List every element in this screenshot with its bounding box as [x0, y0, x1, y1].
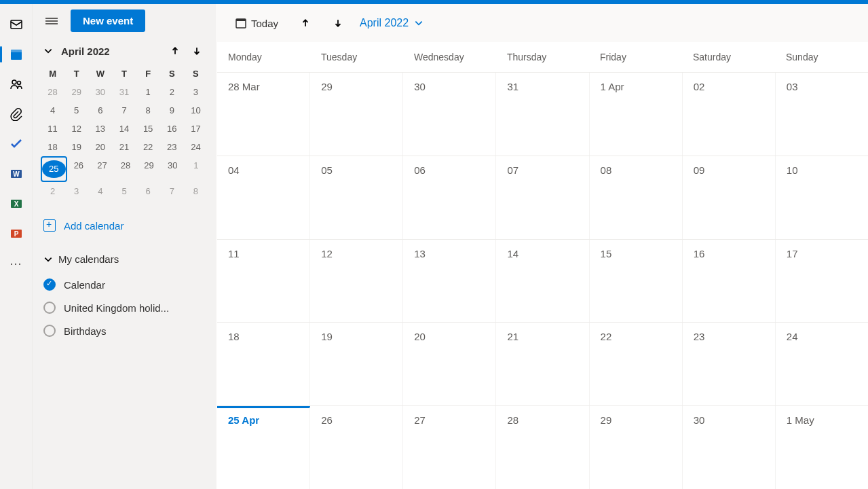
mini-cal-day[interactable]: 30 [161, 156, 185, 182]
grid-day-cell[interactable]: 02 [683, 73, 776, 156]
grid-day-cell[interactable]: 18 [217, 323, 310, 405]
mini-cal-day[interactable]: 22 [136, 138, 160, 156]
grid-day-cell[interactable]: 13 [403, 240, 496, 323]
mini-cal-day[interactable]: 23 [160, 138, 184, 156]
mini-cal-day[interactable]: 9 [160, 101, 184, 120]
grid-day-cell[interactable]: 06 [403, 156, 496, 239]
grid-day-cell[interactable]: 23 [683, 323, 776, 405]
calendar-checkbox[interactable] [43, 325, 56, 337]
mini-cal-day[interactable]: 17 [184, 120, 208, 138]
mini-cal-day[interactable]: 11 [41, 120, 64, 138]
mini-cal-day[interactable]: 10 [184, 101, 208, 120]
grid-day-cell[interactable]: 1 May [776, 406, 868, 489]
mini-cal-day[interactable]: 21 [112, 138, 136, 156]
mini-cal-day[interactable]: 3 [184, 83, 208, 101]
grid-day-cell[interactable]: 07 [496, 156, 589, 239]
add-calendar-button[interactable]: Add calendar [41, 211, 208, 240]
rail-more[interactable]: ⋯ [5, 253, 27, 274]
today-button[interactable]: Today [229, 14, 284, 32]
grid-day-cell[interactable]: 30 [683, 406, 776, 489]
next-period-button[interactable] [327, 12, 349, 34]
grid-day-cell[interactable]: 16 [683, 240, 776, 323]
grid-day-cell[interactable]: 17 [776, 240, 868, 323]
mini-cal-day[interactable]: 8 [184, 182, 208, 200]
grid-day-cell[interactable]: 22 [590, 323, 683, 405]
mini-cal-day[interactable]: 8 [136, 101, 160, 120]
mini-cal-day[interactable]: 4 [88, 182, 112, 200]
calendar-item[interactable]: Birthdays [41, 319, 208, 342]
mini-cal-day[interactable]: 12 [64, 120, 88, 138]
grid-day-cell[interactable]: 27 [403, 406, 496, 489]
grid-day-cell[interactable]: 03 [776, 73, 868, 156]
grid-day-cell[interactable]: 11 [217, 240, 310, 323]
prev-period-button[interactable] [295, 12, 316, 34]
grid-day-cell[interactable]: 09 [683, 156, 776, 239]
hamburger-button[interactable] [41, 10, 62, 32]
mini-cal-day[interactable]: 20 [88, 138, 112, 156]
grid-day-cell[interactable]: 10 [776, 156, 868, 239]
grid-day-cell[interactable]: 15 [590, 240, 683, 323]
mini-cal-day[interactable]: 4 [41, 101, 64, 120]
grid-day-cell[interactable]: 26 [310, 406, 403, 489]
grid-day-cell[interactable]: 28 [496, 406, 589, 489]
mini-cal-day[interactable]: 27 [90, 156, 114, 182]
grid-day-cell[interactable]: 29 [310, 73, 403, 156]
grid-day-cell[interactable]: 24 [776, 323, 868, 405]
calendar-item[interactable]: United Kingdom holid... [41, 296, 208, 319]
grid-day-cell[interactable]: 04 [217, 156, 310, 239]
mini-cal-day[interactable]: 6 [136, 182, 160, 200]
mini-cal-day[interactable]: 28 [114, 156, 138, 182]
mini-cal-day[interactable]: 1 [184, 156, 208, 182]
mini-cal-day[interactable]: 24 [184, 138, 208, 156]
calendar-item[interactable]: Calendar [41, 273, 208, 296]
mini-cal-day-today[interactable]: 25 [41, 156, 67, 182]
rail-people[interactable] [5, 73, 27, 95]
mini-cal-next[interactable] [189, 43, 205, 59]
mini-cal-prev[interactable] [167, 43, 183, 59]
rail-word[interactable]: W [5, 163, 27, 185]
grid-day-cell[interactable]: 14 [496, 240, 589, 323]
grid-day-cell[interactable]: 05 [310, 156, 403, 239]
mini-cal-day[interactable]: 2 [41, 182, 64, 200]
month-selector[interactable]: April 2022 [360, 17, 423, 29]
mini-cal-day[interactable]: 28 [41, 83, 64, 101]
rail-powerpoint[interactable]: P [5, 223, 27, 244]
mini-cal-day[interactable]: 5 [64, 101, 88, 120]
mini-cal-day[interactable]: 14 [112, 120, 136, 138]
calendar-checkbox[interactable] [43, 302, 56, 314]
mini-cal-day[interactable]: 31 [112, 83, 136, 101]
grid-day-cell[interactable]: 20 [403, 323, 496, 405]
rail-files[interactable] [5, 103, 27, 125]
grid-day-cell[interactable]: 21 [496, 323, 589, 405]
grid-day-cell[interactable]: 31 [496, 73, 589, 156]
mini-cal-day[interactable]: 2 [160, 83, 184, 101]
grid-day-cell[interactable]: 12 [310, 240, 403, 323]
new-event-button[interactable]: New event [71, 10, 145, 32]
calendar-checkbox[interactable] [43, 278, 56, 291]
rail-calendar[interactable] [5, 43, 27, 65]
mini-cal-day[interactable]: 7 [160, 182, 184, 200]
mini-cal-day[interactable]: 16 [160, 120, 184, 138]
chevron-down-icon[interactable] [43, 46, 53, 56]
mini-cal-day[interactable]: 3 [64, 182, 88, 200]
mini-cal-day[interactable]: 18 [41, 138, 64, 156]
rail-mail[interactable] [5, 14, 27, 35]
mini-cal-day[interactable]: 6 [88, 101, 112, 120]
grid-day-cell[interactable]: 28 Mar [217, 73, 310, 156]
mini-cal-day[interactable]: 15 [136, 120, 160, 138]
mini-cal-day[interactable]: 26 [67, 156, 91, 182]
mini-cal-day[interactable]: 29 [64, 83, 88, 101]
rail-todo[interactable] [5, 133, 27, 155]
grid-day-cell-today[interactable]: 25 Apr [217, 406, 310, 489]
grid-day-cell[interactable]: 1 Apr [590, 73, 683, 156]
grid-day-cell[interactable]: 29 [590, 406, 683, 489]
grid-day-cell[interactable]: 19 [310, 323, 403, 405]
mini-cal-day[interactable]: 7 [112, 101, 136, 120]
grid-day-cell[interactable]: 30 [403, 73, 496, 156]
grid-day-cell[interactable]: 08 [590, 156, 683, 239]
my-calendars-header[interactable]: My calendars [41, 248, 208, 270]
mini-cal-day[interactable]: 13 [88, 120, 112, 138]
mini-cal-day[interactable]: 19 [64, 138, 88, 156]
mini-cal-day[interactable]: 5 [112, 182, 136, 200]
mini-cal-day[interactable]: 1 [136, 83, 160, 101]
